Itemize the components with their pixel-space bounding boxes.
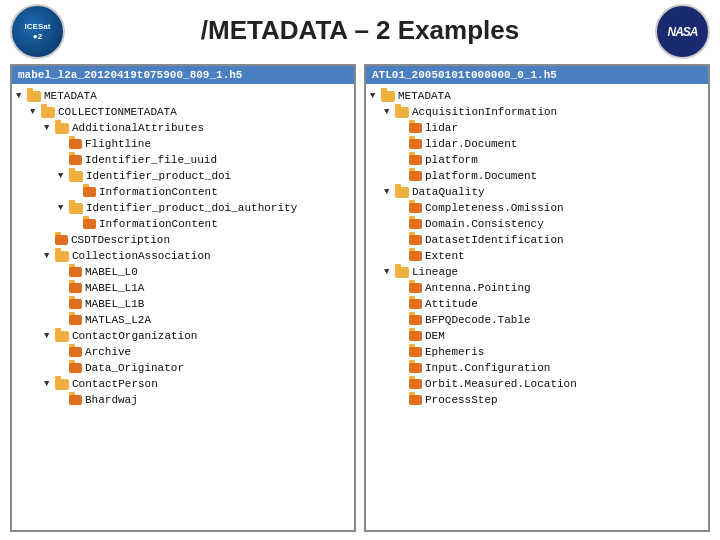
tree-item-label: CollectionAssociation [72,248,211,264]
folder-icon [55,251,69,262]
tree-arrow[interactable]: ▼ [16,88,26,104]
tree-item: DatasetIdentification [370,232,704,248]
tree-item-label: DatasetIdentification [425,232,564,248]
tree-item: Completeness.Omission [370,200,704,216]
tree-item-label: MATLAS_L2A [85,312,151,328]
tree-item-label: AcquisitionInformation [412,104,557,120]
tree-item-label: Orbit.Measured.Location [425,376,577,392]
icesat-logo: ICESat●2 [10,4,65,59]
file-folder-icon [69,299,82,309]
tree-item-label: Data_Originator [85,360,184,376]
folder-icon [41,107,55,118]
tree-item: lidar.Document [370,136,704,152]
tree-item-label: ContactPerson [72,376,158,392]
tree-arrow[interactable]: ▼ [58,200,68,216]
tree-item: CSDTDescription [16,232,350,248]
tree-item: Flightline [16,136,350,152]
tree-item-label: BFPQDecode.Table [425,312,531,328]
tree-arrow[interactable]: ▼ [44,120,54,136]
right-panel: ATL01_20050101t000000_0_1.h5 ▼METADATA▼A… [364,64,710,532]
folder-icon [395,107,409,118]
main-content: mabel_l2a_20120419t075900_809_1.h5 ▼META… [0,60,720,536]
page-title: /METADATA – 2 Examples [201,15,519,46]
tree-item: lidar [370,120,704,136]
file-folder-icon [409,379,422,389]
nasa-logo-text: NASA [667,25,697,39]
tree-item: InformationContent [16,216,350,232]
tree-item-label: Bhardwaj [85,392,138,408]
tree-arrow[interactable]: ▼ [384,104,394,120]
tree-item: MABEL_L1A [16,280,350,296]
tree-item: ▼Identifier_product_doi_authority [16,200,350,216]
tree-item-label: lidar [425,120,458,136]
tree-arrow[interactable]: ▼ [44,248,54,264]
tree-item: ▼AcquisitionInformation [370,104,704,120]
file-folder-icon [409,299,422,309]
folder-icon [55,379,69,390]
left-tree: ▼METADATA▼COLLECTIONMETADATA▼AdditionalA… [12,84,354,412]
tree-item-label: Archive [85,344,131,360]
file-folder-icon [55,235,68,245]
tree-item: platform [370,152,704,168]
tree-item: platform.Document [370,168,704,184]
nasa-logo: NASA [655,4,710,59]
tree-item: Orbit.Measured.Location [370,376,704,392]
tree-arrow[interactable]: ▼ [384,184,394,200]
file-folder-icon [409,315,422,325]
tree-item: Extent [370,248,704,264]
tree-item: InformationContent [16,184,350,200]
tree-arrow[interactable]: ▼ [44,328,54,344]
tree-item: ▼AdditionalAttributes [16,120,350,136]
tree-item: MATLAS_L2A [16,312,350,328]
tree-item: Input.Configuration [370,360,704,376]
tree-item-label: ContactOrganization [72,328,197,344]
tree-arrow[interactable]: ▼ [384,264,394,280]
tree-item-label: InformationContent [99,216,218,232]
file-folder-icon [409,203,422,213]
file-folder-icon [69,315,82,325]
file-folder-icon [69,267,82,277]
file-folder-icon [69,139,82,149]
header: ICESat●2 /METADATA – 2 Examples NASA [0,0,720,60]
tree-item-label: lidar.Document [425,136,517,152]
tree-item-label: Attitude [425,296,478,312]
tree-item-label: MABEL_L1A [85,280,144,296]
file-folder-icon [409,139,422,149]
tree-arrow[interactable]: ▼ [44,376,54,392]
tree-item: ▼Identifier_product_doi [16,168,350,184]
folder-icon [69,203,83,214]
file-folder-icon [409,283,422,293]
tree-arrow[interactable]: ▼ [30,104,40,120]
tree-item-label: Identifier_product_doi [86,168,231,184]
file-folder-icon [409,331,422,341]
tree-item-label: DataQuality [412,184,485,200]
file-folder-icon [69,347,82,357]
left-panel-header: mabel_l2a_20120419t075900_809_1.h5 [12,66,354,84]
folder-icon [69,171,83,182]
tree-item: ProcessStep [370,392,704,408]
tree-item: DEM [370,328,704,344]
tree-item-label: Input.Configuration [425,360,550,376]
tree-item-label: Lineage [412,264,458,280]
tree-item-label: Flightline [85,136,151,152]
file-folder-icon [409,395,422,405]
tree-arrow[interactable]: ▼ [58,168,68,184]
tree-item-label: Identifier_product_doi_authority [86,200,297,216]
tree-item-label: Antenna.Pointing [425,280,531,296]
file-folder-icon [409,251,422,261]
file-folder-icon [409,363,422,373]
tree-arrow[interactable]: ▼ [370,88,380,104]
tree-item-label: platform.Document [425,168,537,184]
tree-item-label: COLLECTIONMETADATA [58,104,177,120]
tree-item-label: MABEL_L0 [85,264,138,280]
left-panel: mabel_l2a_20120419t075900_809_1.h5 ▼META… [10,64,356,532]
tree-item-label: Completeness.Omission [425,200,564,216]
tree-item-label: CSDTDescription [71,232,170,248]
tree-item: Bhardwaj [16,392,350,408]
file-folder-icon [409,155,422,165]
tree-item-label: Extent [425,248,465,264]
file-folder-icon [83,219,96,229]
tree-item: ▼METADATA [16,88,350,104]
tree-item: Attitude [370,296,704,312]
folder-icon [395,267,409,278]
